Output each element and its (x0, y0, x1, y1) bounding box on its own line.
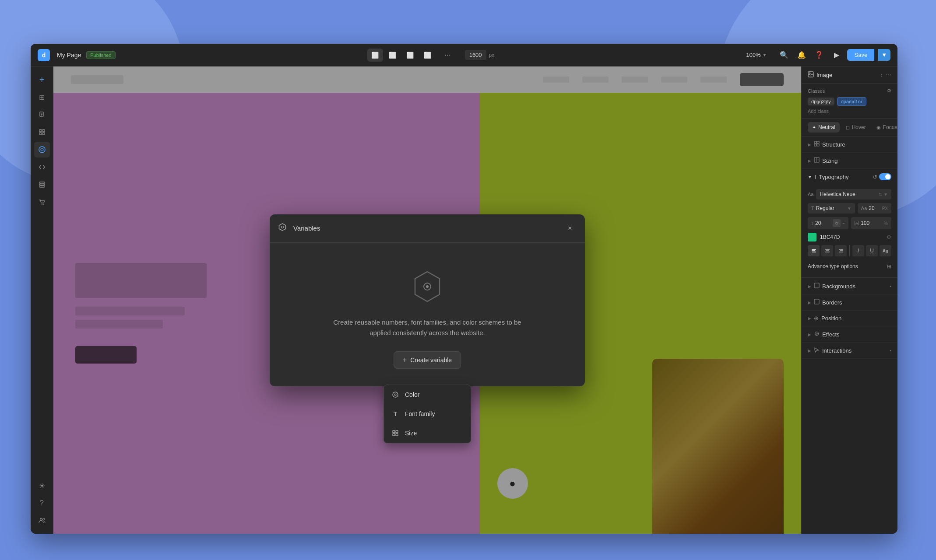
viewport-mobile-btn[interactable]: ⬜ (420, 49, 436, 62)
borders-section-title: Borders (822, 299, 891, 306)
save-arrow-btn[interactable]: ▼ (878, 49, 890, 61)
hex-icon (410, 269, 445, 304)
interactions-section-title: Interactions (822, 347, 890, 354)
text-italic-btn[interactable]: I (852, 245, 864, 256)
line-height-increment[interactable]: ○ (833, 219, 841, 227)
state-tab-hover[interactable]: ◻ Hover (841, 122, 870, 133)
help-btn[interactable]: ❓ (812, 48, 826, 62)
search-btn[interactable]: 🔍 (777, 48, 791, 62)
canvas-content: ● (53, 66, 801, 534)
font-select[interactable]: Helvetica Neue ⇅ ▼ (816, 189, 891, 200)
dropdown-font-family-label: Font family (405, 410, 435, 417)
typography-chevron-icon: ▼ (808, 175, 812, 179)
modal-close-btn[interactable]: × (564, 222, 576, 234)
font-size-ctrl[interactable]: Aa 20 PX (858, 203, 891, 214)
svg-rect-22 (396, 430, 398, 433)
align-center-btn[interactable] (821, 245, 833, 256)
viewport-tablet-btn[interactable]: ⬜ (385, 49, 401, 62)
sidebar-item-pages[interactable] (34, 107, 50, 122)
state-tab-neutral-label: Neutral (818, 124, 835, 130)
svg-point-19 (393, 392, 398, 397)
structure-icon (814, 141, 820, 148)
dropdown-item-color[interactable]: Color (384, 385, 471, 404)
viewport-laptop-btn[interactable]: ⬜ (402, 49, 418, 62)
class-tag-2[interactable]: dpamc1or (837, 97, 866, 106)
letter-spacing-icon: |A| (855, 221, 859, 225)
width-value[interactable]: 1600 (465, 50, 486, 60)
typography-toggle[interactable] (879, 173, 891, 180)
font-style-ctrl[interactable]: T Regular ▼ (808, 203, 855, 214)
sidebar-item-code[interactable] (34, 159, 50, 175)
sidebar-item-help[interactable]: ? (34, 495, 50, 511)
divider (849, 245, 850, 256)
interactions-section-header[interactable]: ▶ Interactions • (802, 343, 897, 358)
font-name-icon: Aa (808, 192, 813, 197)
svg-rect-7 (39, 182, 45, 183)
color-hex-value[interactable]: 1BC47D (820, 234, 883, 240)
font-style-icon: T (811, 206, 814, 211)
svg-rect-9 (39, 186, 45, 187)
align-left-btn[interactable] (808, 245, 820, 256)
svg-rect-2 (42, 130, 45, 132)
viewport-desktop-btn[interactable]: ⬜ (367, 49, 383, 62)
dropdown-item-font-family[interactable]: T Font family (384, 404, 471, 424)
typography-section-header[interactable]: ▼ I Typography ↺ (802, 169, 897, 185)
sidebar-item-users[interactable] (34, 513, 50, 528)
sidebar-item-sun[interactable]: ☀ (34, 478, 50, 494)
modal-header-icon (278, 223, 289, 234)
structure-section-header[interactable]: ▶ Structure (802, 136, 897, 152)
modal-body: Create reusable numbers, font families, … (270, 243, 585, 386)
class-tag-1[interactable]: dpgq3gly (808, 98, 834, 105)
sidebar-item-cms[interactable] (34, 177, 50, 192)
line-height-stepper: ○ - (833, 219, 845, 227)
app-window: d My Page Published ⬜ ⬜ ⬜ ⬜ ··· 1600 px … (31, 44, 897, 534)
sidebar-item-ecommerce[interactable] (34, 194, 50, 210)
color-settings-icon[interactable]: ⚙ (887, 234, 891, 240)
font-metrics-row: ↕ 20 ○ - |A| 100 % (808, 217, 891, 229)
state-tab-neutral[interactable]: ✦ Neutral (808, 122, 840, 133)
effects-section-header[interactable]: ▶ Effects (802, 326, 897, 342)
create-variable-btn[interactable]: + Create variable (394, 351, 461, 369)
svg-point-26 (809, 73, 810, 74)
position-section-header[interactable]: ▶ ⊕ Position (802, 311, 897, 326)
dropdown-item-size[interactable]: Size (384, 424, 471, 443)
position-section: ▶ ⊕ Position (802, 311, 897, 326)
add-class-input[interactable] (808, 108, 834, 114)
advance-type-icon[interactable]: ⊞ (887, 263, 891, 270)
sidebar-item-assets[interactable] (34, 124, 50, 140)
sidebar-item-layers[interactable]: ⊞ (34, 89, 50, 105)
svg-rect-8 (39, 184, 45, 186)
viewport-more-btn[interactable]: ··· (441, 49, 454, 61)
state-tab-focused[interactable]: ◉ Focused (872, 122, 897, 133)
letter-spacing-ctrl[interactable]: |A| 100 % (851, 217, 892, 229)
backgrounds-section-header[interactable]: ▶ Backgrounds • (802, 278, 897, 294)
text-allcaps-btn[interactable]: Ag (880, 245, 891, 256)
classes-gear-icon[interactable]: ⚙ (887, 88, 891, 94)
structure-section: ▶ Structure (802, 136, 897, 153)
line-height-ctrl[interactable]: ↕ 20 ○ - (808, 217, 848, 229)
app-logo[interactable]: d (38, 49, 50, 61)
panel-header-more-btn[interactable]: ··· (886, 71, 891, 79)
typography-reset-btn[interactable]: ↺ (873, 174, 877, 180)
svg-point-12 (40, 518, 42, 521)
svg-rect-23 (393, 434, 395, 436)
effects-section-title: Effects (822, 331, 891, 338)
save-button[interactable]: Save (847, 49, 874, 61)
zoom-control[interactable]: 100% ▼ (746, 52, 767, 58)
text-underline-btn[interactable]: U (866, 245, 878, 256)
sizing-section-header[interactable]: ▶ Sizing (802, 153, 897, 168)
sidebar-item-variables[interactable] (34, 142, 50, 158)
sizing-section-title: Sizing (822, 158, 891, 164)
borders-section-header[interactable]: ▶ Borders (802, 294, 897, 310)
width-input: 1600 px (465, 50, 495, 60)
focused-icon: ◉ (876, 125, 881, 130)
align-right-btn[interactable] (835, 245, 847, 256)
neutral-icon: ✦ (812, 125, 816, 130)
svg-rect-1 (39, 130, 42, 132)
svg-rect-44 (814, 299, 819, 304)
sidebar-item-add[interactable]: + (34, 72, 50, 88)
preview-btn[interactable]: ▶ (830, 48, 844, 62)
font-style-chevron-icon: ▼ (847, 206, 852, 211)
notifications-btn[interactable]: 🔔 (795, 48, 809, 62)
color-swatch[interactable] (808, 233, 816, 242)
